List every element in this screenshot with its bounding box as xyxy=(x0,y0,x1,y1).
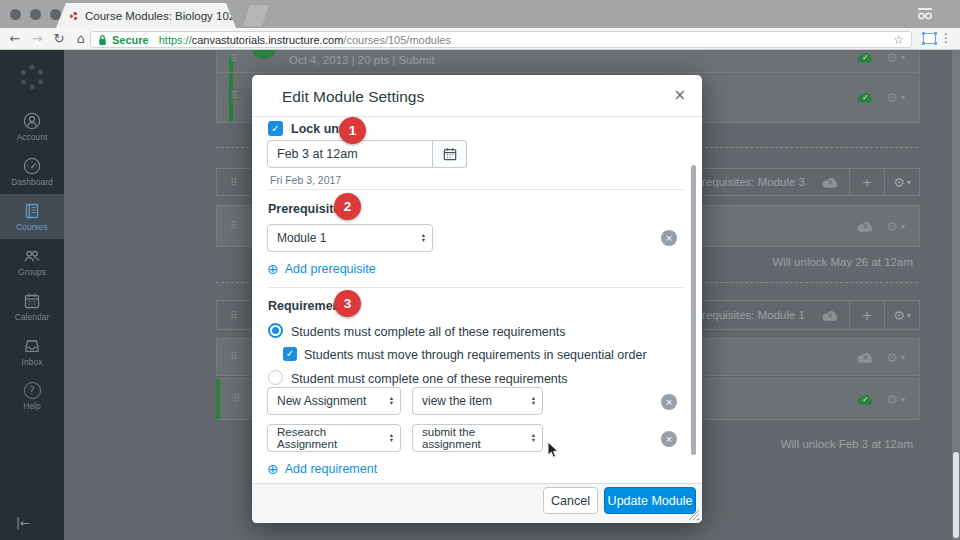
sidebar-item-groups[interactable]: Groups xyxy=(0,239,64,284)
sidebar-item-account[interactable]: Account xyxy=(0,104,64,149)
requirement-item-select[interactable]: Research Assignment ▴▾ xyxy=(267,424,401,452)
module-prerequisites-label: Prerequisites: Module 3 xyxy=(684,176,805,188)
item-settings-menu[interactable]: ⚙ ▾ xyxy=(886,90,905,105)
browser-menu-icon[interactable]: ⋮ xyxy=(940,31,952,45)
drag-handle-icon[interactable]: ⠿ xyxy=(230,352,237,362)
remove-prerequisite-button[interactable]: × xyxy=(661,230,677,246)
caret-down-icon: ▾ xyxy=(901,222,905,231)
select-caret-icon: ▴▾ xyxy=(384,396,393,406)
dialog-close-icon[interactable]: × xyxy=(673,86,686,104)
window-zoom-button[interactable] xyxy=(50,9,61,20)
reload-icon[interactable]: ↻ xyxy=(48,31,70,46)
drag-handle-icon[interactable]: ⠿ xyxy=(230,311,237,321)
home-icon[interactable]: ⌂ xyxy=(70,31,92,46)
lock-until-checkbox[interactable]: ✓ xyxy=(268,121,283,136)
select-caret-icon: ▴▾ xyxy=(526,396,535,406)
published-cloud-icon[interactable]: ✓ xyxy=(856,393,874,406)
sidebar-item-calendar[interactable]: Calendar xyxy=(0,284,64,329)
select-caret-icon: ▴▾ xyxy=(416,233,425,243)
item-settings-menu[interactable]: ⚙ ▾ xyxy=(886,392,905,407)
gear-icon: ⚙ xyxy=(886,350,898,365)
page-scrollbar[interactable] xyxy=(952,50,960,540)
back-icon[interactable]: ← xyxy=(4,31,26,46)
complete-one-label: Student must complete one of these requi… xyxy=(291,372,568,386)
requirement-action-select[interactable]: submit the assignment ▴▾ xyxy=(412,424,543,452)
item-settings-menu[interactable]: ⚙ ▾ xyxy=(886,50,905,65)
drag-handle-icon[interactable]: ⠿ xyxy=(233,394,240,404)
circle-plus-icon: ⊕ xyxy=(267,262,279,276)
requirement-action-select[interactable]: view the item ▴▾ xyxy=(412,387,543,415)
gear-icon: ⚙ xyxy=(886,219,898,234)
unpublished-cloud-icon[interactable]: × xyxy=(856,220,874,233)
browser-toolbar: ← → ↻ ⌂ Secure https://canvastutorials.i… xyxy=(0,28,960,50)
gear-icon: ⚙ xyxy=(893,175,905,190)
complete-all-radio[interactable] xyxy=(268,323,283,338)
caret-down-icon: ▾ xyxy=(901,353,905,362)
add-requirement-link[interactable]: ⊕ Add requirement xyxy=(267,462,377,476)
profile-glasses-icon xyxy=(916,7,934,21)
groups-icon xyxy=(23,247,41,265)
update-module-button[interactable]: Update Module xyxy=(604,487,696,514)
sequential-order-checkbox[interactable]: ✓ xyxy=(283,347,297,361)
browser-tab[interactable]: Course Modules: Biology 102 × xyxy=(56,3,236,28)
sidebar-collapse-icon[interactable]: |← xyxy=(16,516,30,530)
canvas-logo-icon[interactable] xyxy=(0,50,64,104)
published-cloud-icon[interactable]: ✓ xyxy=(856,91,874,104)
add-item-button[interactable]: + xyxy=(849,301,884,329)
gear-icon: ⚙ xyxy=(886,50,898,65)
dialog-title: Edit Module Settings xyxy=(282,88,424,106)
drag-handle-icon[interactable]: ⠿ xyxy=(230,91,237,101)
sidebar-item-help[interactable]: ? Help xyxy=(0,374,64,419)
drag-handle-icon[interactable]: ⠿ xyxy=(230,221,237,231)
prerequisite-select[interactable]: Module 1 ▴▾ xyxy=(267,224,433,252)
address-bar[interactable]: Secure https://canvastutorials.instructu… xyxy=(90,31,912,48)
sidebar-item-courses[interactable]: Courses xyxy=(0,194,64,239)
sequential-order-label: Students must move through requirements … xyxy=(304,348,647,362)
caret-down-icon: ▾ xyxy=(907,311,911,320)
unpublished-cloud-icon[interactable]: × xyxy=(821,309,839,322)
lock-date-input[interactable]: Feb 3 at 12am xyxy=(267,140,433,168)
gear-icon: ⚙ xyxy=(893,308,905,323)
requirement-item-select[interactable]: New Assignment ▴▾ xyxy=(267,387,401,415)
calendar-icon xyxy=(23,292,41,310)
sidebar-item-dashboard[interactable]: Dashboard xyxy=(0,149,64,194)
step-badge-1: 1 xyxy=(339,117,366,144)
window-close-button[interactable] xyxy=(10,9,21,20)
window-minimize-button[interactable] xyxy=(30,9,41,20)
cancel-button[interactable]: Cancel xyxy=(543,487,598,514)
extension-capture-icon[interactable] xyxy=(923,33,936,44)
caret-down-icon: ▾ xyxy=(907,178,911,187)
new-tab-button[interactable] xyxy=(243,5,269,26)
help-icon: ? xyxy=(24,382,41,399)
module-settings-menu[interactable]: ⚙ ▾ xyxy=(884,301,919,329)
remove-requirement-button[interactable]: × xyxy=(661,431,677,447)
item-settings-menu[interactable]: ⚙ ▾ xyxy=(886,350,905,365)
select-caret-icon: ▴▾ xyxy=(526,433,535,443)
unpublished-cloud-icon[interactable]: × xyxy=(856,351,874,364)
caret-down-icon: ▾ xyxy=(901,395,905,404)
step-badge-3: 3 xyxy=(334,290,361,317)
add-item-button[interactable]: + xyxy=(849,169,884,195)
module-settings-menu[interactable]: ⚙ ▾ xyxy=(884,169,919,195)
bookmark-star-icon[interactable]: ☆ xyxy=(893,33,904,47)
completed-circle-icon xyxy=(251,50,277,59)
sidebar-item-inbox[interactable]: Inbox xyxy=(0,329,64,374)
unpublished-cloud-icon[interactable]: × xyxy=(821,176,839,189)
item-settings-menu[interactable]: ⚙ ▾ xyxy=(886,219,905,234)
complete-one-radio[interactable] xyxy=(268,370,283,385)
drag-handle-icon[interactable]: ⠿ xyxy=(230,54,237,64)
calendar-picker-button[interactable] xyxy=(433,140,467,168)
add-prerequisite-link[interactable]: ⊕ Add prerequisite xyxy=(267,262,376,276)
published-cloud-icon[interactable]: ✓ xyxy=(856,51,874,64)
caret-down-icon: ▾ xyxy=(901,53,905,62)
browser-window: Course Modules: Biology 102 × ← → ↻ ⌂ Se… xyxy=(0,0,960,540)
module-unlock-date: Will unlock May 26 at 12am xyxy=(772,256,913,268)
page-scrollbar-thumb[interactable] xyxy=(953,452,959,538)
drag-handle-icon[interactable]: ⠿ xyxy=(230,178,237,188)
row-status-icons: × ⚙ ▾ xyxy=(856,219,905,234)
remove-requirement-button[interactable]: × xyxy=(661,394,677,410)
caret-down-icon: ▾ xyxy=(901,93,905,102)
dialog-scrollbar-thumb[interactable] xyxy=(691,165,696,455)
calendar-icon xyxy=(443,147,457,161)
account-icon xyxy=(23,112,41,130)
